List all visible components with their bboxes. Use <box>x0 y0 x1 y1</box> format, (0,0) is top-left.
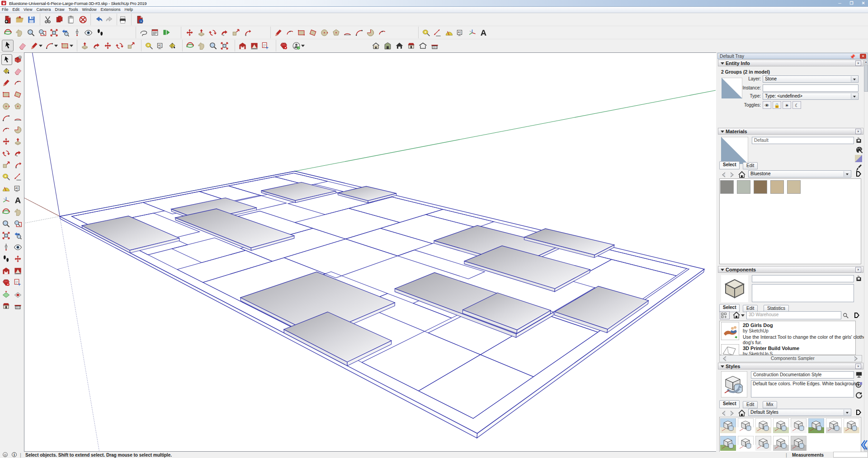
svg-text:A1: A1 <box>158 44 162 47</box>
svg-text:i: i <box>141 19 142 23</box>
svg-text:A1: A1 <box>15 187 19 190</box>
svg-text:A1: A1 <box>458 31 462 34</box>
